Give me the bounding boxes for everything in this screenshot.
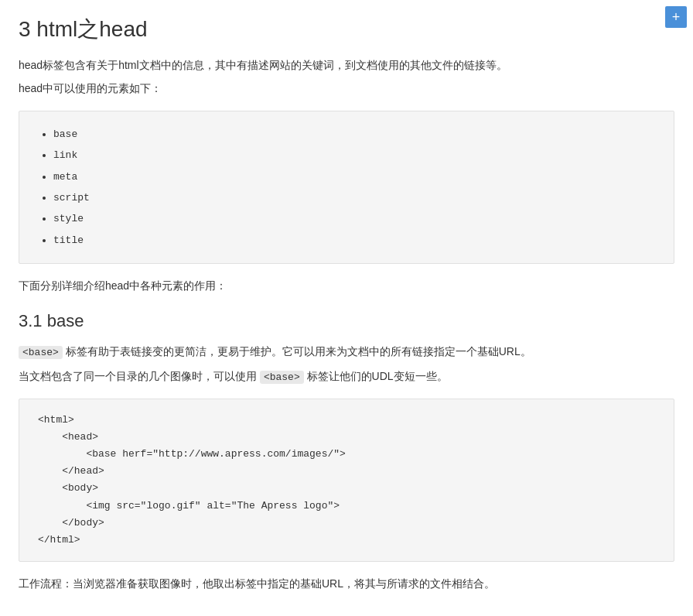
list-item: base	[53, 124, 655, 145]
head-elements-list: base link meta script style title	[38, 124, 655, 251]
head-elements-block: base link meta script style title	[19, 111, 674, 264]
base-desc1: <base> 标签有助于表链接变的更简洁，更易于维护。它可以用来为文档中的所有链…	[19, 342, 674, 361]
list-item: link	[53, 145, 655, 166]
code-example-block: <html> <head> <base herf="http://www.apr…	[19, 399, 674, 562]
intro-line1: head标签包含有关于html文档中的信息，其中有描述网站的关键词，到文档使用的…	[19, 56, 674, 75]
list-item: meta	[53, 166, 655, 187]
base-desc2-prefix: 当文档包含了同一个目录的几个图像时，可以使用	[19, 370, 260, 382]
workflow-text: 工作流程：当浏览器准备获取图像时，他取出标签中指定的基础URL，将其与所请求的文…	[19, 574, 674, 594]
list-item: style	[53, 208, 655, 229]
base-desc1-text: 标签有助于表链接变的更简洁，更易于维护。它可以用来为文档中的所有链接指定一个基础…	[66, 345, 531, 358]
code-content: <html> <head> <base herf="http://www.apr…	[38, 412, 655, 549]
intro-line2: head中可以使用的元素如下：	[19, 79, 674, 98]
plus-button[interactable]: +	[665, 6, 687, 28]
base-desc2-suffix: 标签让他们的UDL变短一些。	[307, 370, 448, 382]
base-inline-code-2: <base>	[260, 371, 304, 384]
list-item: title	[53, 230, 655, 251]
page-title: 3 html之head	[19, 15, 674, 43]
base-desc2: 当文档包含了同一个目录的几个图像时，可以使用 <base> 标签让他们的UDL变…	[19, 367, 674, 386]
base-inline-code-1: <base>	[19, 346, 63, 359]
section-base-title: 3.1 base	[19, 311, 674, 331]
section-intro-text: 下面分别详细介绍head中各种元素的作用：	[19, 276, 674, 296]
list-item: script	[53, 187, 655, 208]
